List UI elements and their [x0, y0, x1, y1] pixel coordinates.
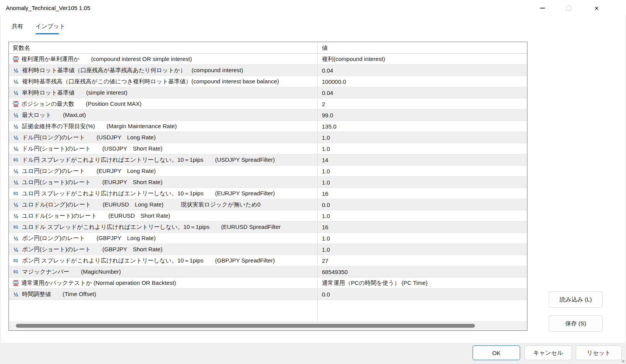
table-row[interactable]: ½ドル円(ロング)のレート (USDJPY Long Rate)1.0 — [9, 132, 527, 143]
maximize-button[interactable] — [560, 0, 577, 16]
param-value[interactable]: 1.0 — [317, 246, 527, 253]
param-value[interactable]: 0.0 — [317, 201, 527, 208]
tab-inputs[interactable]: インプット — [36, 23, 65, 30]
integer-01-icon: 01 — [12, 259, 20, 263]
param-value[interactable]: 1.0 — [317, 179, 527, 186]
param-value[interactable]: 14 — [317, 157, 527, 163]
ok-button[interactable]: OK — [473, 345, 520, 360]
double-fraction-icon: ½ — [12, 146, 20, 152]
param-name: ポジションの最大数 (Position Count MAX) — [21, 100, 141, 108]
param-name: ポン円(ロング)のレート (GBPJPY Long Rate) — [22, 235, 156, 242]
param-value[interactable]: 16 — [317, 190, 527, 197]
double-fraction-icon: ½ — [12, 213, 20, 219]
param-value[interactable]: 通常運用（PCの時間を使う） (PC Time) — [317, 279, 527, 287]
param-name: ユロドル(ロング)のレート (EURUSD Long Rate) 現状実装ロジッ… — [22, 201, 260, 208]
ea-inputs-dialog: { "window": { "title": "Anomaly_Technica… — [0, 0, 626, 364]
param-name-cell: 01ユロドル スプレッドがこれより広ければエントリーしない。10＝1pips (… — [9, 223, 317, 231]
param-value[interactable]: 0.04 — [317, 90, 527, 96]
table-row[interactable]: ½単利時ロット基準値 (simple interest)0.04 — [9, 87, 527, 98]
double-fraction-icon: ½ — [12, 68, 20, 73]
table-row[interactable]: ½複利時基準残高（口座残高がこの値につき複利時ロット基準値）(compound … — [9, 76, 527, 87]
param-name-cell: ½ユロ円(ショート)のレート (EURJPY Short Rate) — [9, 179, 317, 186]
cancel-button[interactable]: キャンセル — [524, 345, 572, 360]
table-row[interactable]: ½複利時ロット基準値（口座残高が基準残高あたり何ロットか） (compound … — [9, 65, 527, 76]
integer-01-icon: 01 — [12, 270, 20, 274]
param-value[interactable]: 1.0 — [317, 213, 527, 219]
table-row[interactable]: 01マジックナンバー (MagicNumber)68549350 — [9, 266, 527, 278]
param-name-cell: 複利運用か単利運用か (compound interest OR simple … — [9, 56, 317, 63]
table-row[interactable]: ½ポン円(ショート)のレート (GBPJPY Short Rate)1.0 — [9, 244, 527, 255]
param-value[interactable]: 27 — [317, 257, 527, 264]
param-name: 単利時ロット基準値 (simple interest) — [22, 89, 128, 97]
param-value[interactable]: 1.0 — [317, 168, 527, 174]
param-name: 複利運用か単利運用か (compound interest OR simple … — [21, 56, 192, 63]
horizontal-scrollbar-track[interactable] — [9, 321, 527, 330]
table-row[interactable]: ½ユロ円(ロング)のレート (EURJPY Long Rate)1.0 — [9, 166, 527, 177]
param-name: 複利時基準残高（口座残高がこの値につき複利時ロット基準値）(compound i… — [22, 78, 279, 85]
column-divider — [317, 42, 318, 321]
close-button[interactable]: ✕ — [588, 0, 606, 16]
param-name: ユロ円(ロング)のレート (EURJPY Long Rate) — [22, 168, 156, 175]
param-name-cell: ½ドル円(ショート)のレート (USDJPY Short Rate) — [9, 145, 317, 152]
param-name: 通常運用かバックテストか (Normal operation OR Backte… — [21, 279, 176, 287]
param-value[interactable]: 2 — [317, 101, 527, 107]
param-name-cell: ½ユロドル(ロング)のレート (EURUSD Long Rate) 現状実装ロジ… — [9, 201, 317, 208]
minimize-button[interactable] — [534, 0, 551, 16]
param-value[interactable]: 複利(compound interest) — [317, 56, 527, 63]
tab-common[interactable]: 共有 — [12, 23, 23, 30]
table-row[interactable]: 01ユロドル スプレッドがこれより広ければエントリーしない。10＝1pips (… — [9, 222, 527, 233]
table-row[interactable]: ½ドル円(ショート)のレート (USDJPY Short Rate)1.0 — [9, 143, 527, 154]
load-button[interactable]: 読み込み (L) — [549, 291, 603, 308]
param-name-cell: ½証拠金維持率の下限目安(%) (Margin Maintenance Rate… — [9, 123, 317, 130]
param-name-cell: ½単利時ロット基準値 (simple interest) — [9, 89, 317, 97]
reset-button[interactable]: リセット — [576, 345, 622, 360]
table-row[interactable]: ½最大ロット (MaxLot)99.0 — [9, 110, 527, 121]
integer-01-icon: 01 — [12, 158, 20, 162]
table-row[interactable]: ½時間調整値 (Time Offset)0.0 — [9, 289, 527, 300]
double-fraction-icon: ½ — [12, 112, 20, 118]
table-header-row: 変数名 値 — [9, 42, 527, 54]
param-value[interactable]: 99.0 — [317, 112, 527, 119]
minimize-icon — [540, 8, 545, 8]
param-name-cell: 01ドル円 スプレッドがこれより広ければエントリーしない。10＝1pips (U… — [9, 156, 317, 164]
param-name-cell: ½ユロドル(ショート)のレート (EURUSD Short Rate) — [9, 212, 317, 220]
param-name: ドル円(ロング)のレート (USDJPY Long Rate) — [22, 134, 156, 141]
param-name: マジックナンバー (MagicNumber) — [22, 268, 121, 276]
resize-grip[interactable] — [622, 360, 624, 362]
param-name-cell: ½複利時ロット基準値（口座残高が基準残高あたり何ロットか） (compound … — [9, 67, 317, 74]
horizontal-scrollbar-thumb[interactable] — [16, 324, 475, 328]
param-value[interactable]: 16 — [317, 224, 527, 230]
param-value[interactable]: 100000.0 — [317, 78, 527, 85]
param-name: 複利時ロット基準値（口座残高が基準残高あたり何ロットか） (compound i… — [22, 67, 243, 74]
table-row[interactable]: 01ポン円 スプレッドがこれより広ければエントリーしない。10＝1pips (G… — [9, 255, 527, 266]
table-row[interactable]: ポジションの最大数 (Position Count MAX)2 — [9, 98, 527, 110]
param-value[interactable]: 135.0 — [317, 123, 527, 130]
enum-list-icon — [13, 101, 19, 107]
param-value[interactable]: 1.0 — [317, 235, 527, 242]
param-name-cell: ½ドル円(ロング)のレート (USDJPY Long Rate) — [9, 134, 317, 141]
param-value[interactable]: 0.0 — [317, 291, 527, 298]
param-value[interactable]: 0.04 — [317, 67, 527, 74]
param-value[interactable]: 68549350 — [317, 269, 527, 275]
param-name-cell: ½最大ロット (MaxLot) — [9, 112, 317, 119]
table-row[interactable]: 通常運用かバックテストか (Normal operation OR Backte… — [9, 278, 527, 289]
param-name: 証拠金維持率の下限目安(%) (Margin Maintenance Rate) — [22, 123, 177, 130]
param-name-cell: ½ポン円(ロング)のレート (GBPJPY Long Rate) — [9, 235, 317, 242]
param-name-cell: ポジションの最大数 (Position Count MAX) — [9, 100, 317, 108]
integer-01-icon: 01 — [12, 225, 20, 229]
table-row[interactable]: ½ユロドル(ショート)のレート (EURUSD Short Rate)1.0 — [9, 210, 527, 222]
param-name: ユロ円 スプレッドがこれより広ければエントリーしない。10＝1pips (EUR… — [22, 190, 275, 197]
save-button[interactable]: 保存 (S) — [549, 315, 603, 332]
table-row[interactable]: 01ドル円 スプレッドがこれより広ければエントリーしない。10＝1pips (U… — [9, 154, 527, 166]
param-name-cell: ½ユロ円(ロング)のレート (EURJPY Long Rate) — [9, 168, 317, 175]
table-row[interactable]: ½証拠金維持率の下限目安(%) (Margin Maintenance Rate… — [9, 121, 527, 132]
table-row[interactable]: ½ユロドル(ロング)のレート (EURUSD Long Rate) 現状実装ロジ… — [9, 199, 527, 210]
table-row[interactable]: ½ユロ円(ショート)のレート (EURJPY Short Rate)1.0 — [9, 177, 527, 188]
table-row[interactable]: 複利運用か単利運用か (compound interest OR simple … — [9, 54, 527, 65]
enum-list-icon — [13, 280, 19, 286]
double-fraction-icon: ½ — [12, 168, 20, 174]
table-row[interactable]: ½ポン円(ロング)のレート (GBPJPY Long Rate)1.0 — [9, 233, 527, 244]
table-row[interactable]: 01ユロ円 スプレッドがこれより広ければエントリーしない。10＝1pips (E… — [9, 188, 527, 199]
param-value[interactable]: 1.0 — [317, 134, 527, 141]
param-value[interactable]: 1.0 — [317, 146, 527, 152]
